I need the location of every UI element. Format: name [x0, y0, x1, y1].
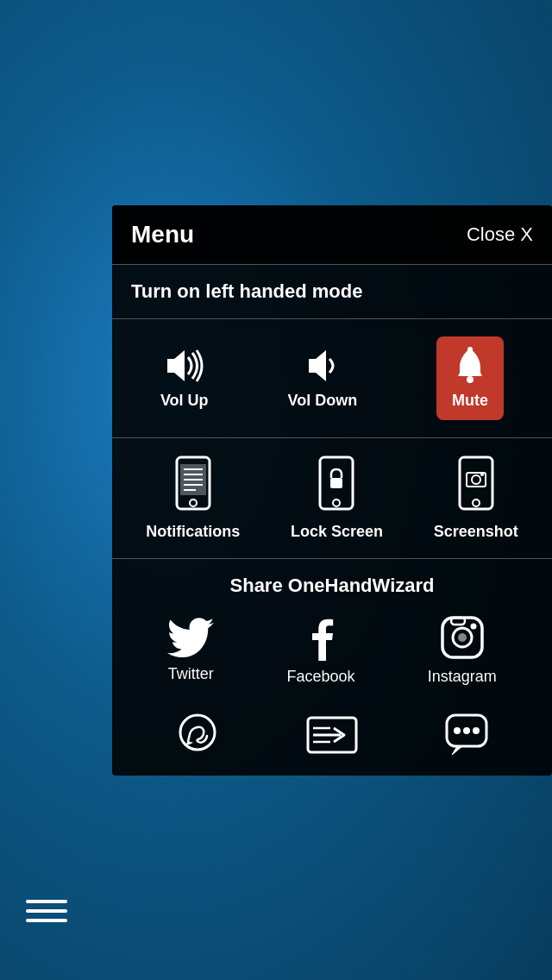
mute-label: Mute	[452, 392, 488, 410]
whatsapp-button[interactable]	[174, 712, 221, 758]
hamburger-line	[26, 900, 67, 903]
facebook-label: Facebook	[286, 668, 354, 686]
svg-point-18	[480, 473, 484, 476]
hamburger-menu[interactable]	[26, 894, 67, 928]
twitter-icon	[167, 617, 214, 658]
instagram-icon	[439, 614, 486, 661]
svg-point-25	[180, 715, 215, 750]
svg-point-33	[454, 727, 461, 734]
facebook-icon	[304, 614, 338, 661]
svg-rect-24	[451, 618, 465, 625]
vol-down-label: Vol Down	[287, 392, 357, 410]
svg-rect-13	[330, 478, 342, 488]
twitter-label: Twitter	[168, 665, 214, 683]
email-icon	[306, 716, 358, 754]
vol-down-icon	[304, 347, 342, 385]
share-row-1: Twitter Facebook	[131, 614, 533, 686]
notifications-icon	[173, 455, 213, 516]
share-section-2	[112, 703, 552, 776]
svg-marker-0	[167, 350, 185, 381]
vol-up-label: Vol Up	[160, 392, 209, 410]
svg-point-19	[473, 499, 480, 506]
facebook-button[interactable]: Facebook	[286, 614, 354, 686]
screenshot-button[interactable]: Screenshot	[434, 455, 518, 541]
hamburger-line	[26, 919, 67, 922]
vol-down-button[interactable]: Vol Down	[287, 347, 357, 410]
whatsapp-icon	[174, 712, 221, 758]
hamburger-line	[26, 909, 67, 913]
svg-point-17	[472, 475, 480, 484]
svg-point-23	[470, 624, 476, 630]
svg-point-35	[473, 727, 480, 734]
tweetbot-icon	[443, 712, 490, 758]
menu-panel: Menu Close X Turn on left handed mode Vo…	[112, 205, 552, 776]
lock-screen-icon	[317, 455, 356, 516]
svg-point-2	[467, 376, 474, 383]
left-handed-section[interactable]: Turn on left handed mode	[112, 265, 552, 318]
instagram-button[interactable]: Instagram	[428, 614, 497, 686]
instagram-label: Instagram	[428, 668, 497, 686]
notifications-label: Notifications	[146, 523, 240, 541]
svg-point-14	[333, 499, 340, 506]
svg-point-22	[458, 633, 467, 642]
screenshot-label: Screenshot	[434, 523, 518, 541]
notifications-button[interactable]: Notifications	[146, 455, 240, 541]
email-button[interactable]	[306, 716, 358, 754]
lock-screen-button[interactable]: Lock Screen	[291, 455, 383, 541]
mute-button[interactable]: Mute	[436, 336, 504, 420]
svg-marker-1	[309, 350, 326, 381]
svg-point-11	[190, 499, 197, 506]
volume-section: Vol Up Vol Down Mute	[112, 319, 552, 437]
menu-title: Menu	[131, 221, 194, 248]
left-handed-text: Turn on left handed mode	[131, 280, 362, 302]
lock-screen-label: Lock Screen	[291, 523, 383, 541]
screenshot-icon	[456, 455, 496, 516]
vol-up-button[interactable]: Vol Up	[160, 347, 209, 410]
svg-point-34	[463, 727, 470, 734]
close-button[interactable]: Close X	[467, 223, 533, 246]
vol-up-icon	[162, 347, 207, 385]
share-title: Share OneHandWizard	[131, 575, 533, 597]
svg-rect-3	[467, 347, 473, 352]
svg-marker-32	[452, 746, 462, 755]
tweetbot-button[interactable]	[443, 712, 490, 758]
share-section: Share OneHandWizard Twitter Facebook	[112, 559, 552, 703]
menu-header: Menu Close X	[112, 205, 552, 264]
twitter-button[interactable]: Twitter	[167, 617, 214, 683]
mute-icon	[453, 347, 487, 385]
actions-section: Notifications Lock Screen	[112, 438, 552, 558]
